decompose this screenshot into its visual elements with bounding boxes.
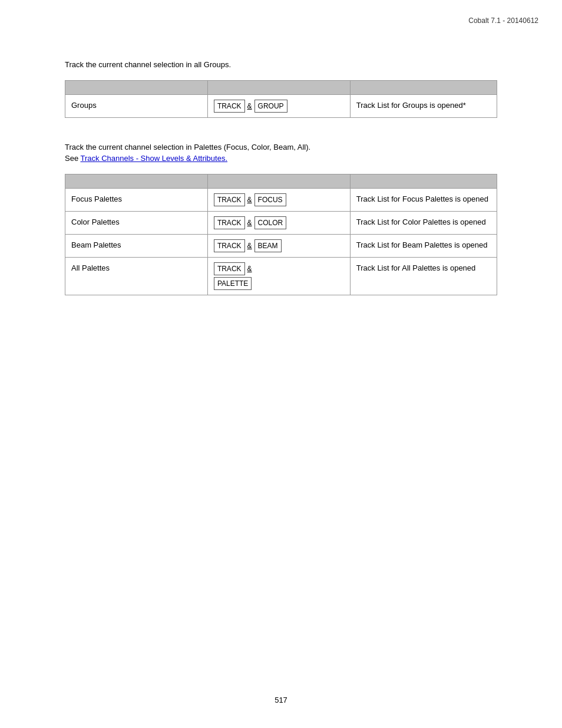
groups-section: Track the current channel selection in a… — [65, 59, 497, 118]
all-track-key: TRACK — [214, 262, 245, 275]
beam-palettes-result: Track List for Beam Palettes is opened — [350, 234, 497, 257]
groups-group-key: GROUP — [254, 100, 287, 113]
groups-col-3-header — [350, 80, 497, 94]
focus-palettes-name: Focus Palettes — [65, 188, 208, 211]
palettes-col-3-header — [350, 174, 497, 188]
beam-kbd-group: TRACK & BEAM — [214, 239, 344, 252]
focus-track-key: TRACK — [214, 193, 245, 206]
groups-row-result: Track List for Groups is opened* — [350, 94, 497, 117]
all-palette-key: PALETTE — [214, 277, 252, 290]
color-palettes-keys: TRACK & COLOR — [207, 211, 350, 234]
page-header: Cobalt 7.1 - 20140612 — [468, 17, 538, 25]
version-text: Cobalt 7.1 - 20140612 — [468, 17, 538, 25]
beam-amp: & — [247, 241, 252, 251]
table-row: Groups TRACK & GROUP Track List for Grou… — [65, 94, 497, 117]
color-amp: & — [247, 218, 252, 228]
table-row: Focus Palettes TRACK & FOCUS Track List … — [65, 188, 497, 211]
all-palettes-name: All Palettes — [65, 257, 208, 295]
color-key: COLOR — [254, 216, 287, 229]
page-content: Track the current channel selection in a… — [0, 0, 562, 354]
palettes-table: Focus Palettes TRACK & FOCUS Track List … — [65, 174, 497, 295]
palettes-col-2-header — [207, 174, 350, 188]
groups-track-key: TRACK — [214, 100, 245, 113]
palettes-col-1-header — [65, 174, 208, 188]
beam-palettes-keys: TRACK & BEAM — [207, 234, 350, 257]
groups-amp: & — [247, 101, 252, 111]
groups-kbd-group: TRACK & GROUP — [214, 100, 344, 113]
groups-description: Track the current channel selection in a… — [65, 59, 497, 71]
color-palettes-name: Color Palettes — [65, 211, 208, 234]
palettes-desc-line2: See — [65, 154, 81, 163]
page-number: 517 — [275, 696, 287, 704]
all-kbd-group: TRACK & — [214, 262, 344, 275]
beam-track-key: TRACK — [214, 239, 245, 252]
all-palettes-keys: TRACK & PALETTE — [207, 257, 350, 295]
color-kbd-group: TRACK & COLOR — [214, 216, 344, 229]
focus-key: FOCUS — [254, 193, 286, 206]
palettes-link[interactable]: Track Channels - Show Levels & Attribute… — [81, 154, 228, 163]
all-palettes-result: Track List for All Palettes is opened — [350, 257, 497, 295]
all-amp: & — [247, 263, 252, 274]
groups-col-1-header — [65, 80, 208, 94]
color-track-key: TRACK — [214, 216, 245, 229]
groups-row-name: Groups — [65, 94, 208, 117]
palettes-description: Track the current channel selection in P… — [65, 141, 497, 164]
palettes-section: Track the current channel selection in P… — [65, 141, 497, 295]
focus-amp: & — [247, 195, 252, 205]
beam-palettes-name: Beam Palettes — [65, 234, 208, 257]
table-row: Color Palettes TRACK & COLOR Track List … — [65, 211, 497, 234]
focus-palettes-keys: TRACK & FOCUS — [207, 188, 350, 211]
table-row: Beam Palettes TRACK & BEAM Track List fo… — [65, 234, 497, 257]
beam-key: BEAM — [254, 239, 282, 252]
focus-kbd-group: TRACK & FOCUS — [214, 193, 344, 206]
groups-col-2-header — [207, 80, 350, 94]
palettes-desc-line1: Track the current channel selection in P… — [65, 143, 310, 151]
groups-row-keys: TRACK & GROUP — [207, 94, 350, 117]
focus-palettes-result: Track List for Focus Palettes is opened — [350, 188, 497, 211]
groups-table: Groups TRACK & GROUP Track List for Grou… — [65, 80, 497, 118]
all-palette-key-wrapper: PALETTE — [214, 277, 344, 290]
table-row: All Palettes TRACK & PALETTE Track List … — [65, 257, 497, 295]
color-palettes-result: Track List for Color Palettes is opened — [350, 211, 497, 234]
